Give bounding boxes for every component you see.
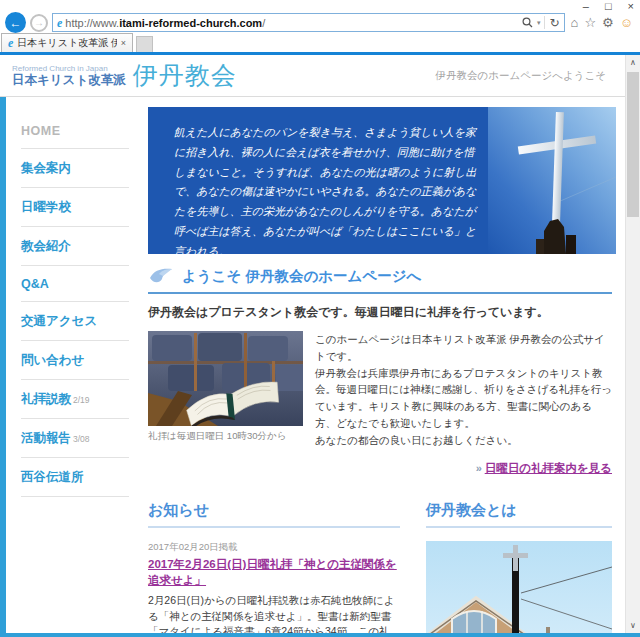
site-bottom-border	[0, 633, 640, 637]
news-link-sunday-worship[interactable]: 2017年2月26日(日)日曜礼拝「神との主従関係を追求せよ」	[148, 556, 400, 588]
address-bar[interactable]: e http://www.itami-reformed-church.com/ …	[52, 13, 565, 32]
logo-subtitle-ja: 日本キリスト改革派	[12, 73, 126, 87]
minimize-icon[interactable]: –	[583, 0, 589, 12]
news-item: 2017年02月20日掲載 2017年2月26日(日)日曜礼拝「神との主従関係を…	[148, 541, 400, 633]
welcome-heading: ようこそ 伊丹教会のホームページへ	[182, 267, 421, 286]
news-heading: お知らせ	[148, 501, 400, 528]
new-tab-button[interactable]	[136, 36, 153, 52]
bible-photo	[148, 331, 303, 426]
tab-favicon: e	[8, 37, 13, 49]
divider	[544, 16, 545, 29]
sidebar-item-sermons[interactable]: 礼拝説教2/19	[21, 380, 129, 419]
welcome-heading-row: ようこそ 伊丹教会のホームページへ	[148, 266, 612, 294]
browser-window: – □ × ← → e http://www.itami-reformed-ch…	[0, 0, 640, 637]
link-arrows: »	[476, 462, 482, 474]
sidebar-item-reports[interactable]: 活動報告3/08	[21, 419, 129, 458]
favorites-star-icon[interactable]: ☆	[584, 16, 596, 30]
search-dropdown-icon[interactable]: ▾	[537, 19, 541, 27]
scripture-verse: 飢えた人にあなたのパンを裂き与え、さまよう貧しい人を家に招き入れ、裸の人に会えば…	[174, 123, 482, 262]
home-icon[interactable]: ⌂	[571, 16, 579, 30]
ie-favicon: e	[57, 17, 62, 29]
sidebar-item-qa[interactable]: Q&A	[21, 266, 129, 302]
maximize-icon[interactable]: □	[605, 0, 612, 12]
tab-bar: e 日本キリスト改革派 伊丹教会... ×	[0, 33, 640, 52]
sidebar-item-meetings[interactable]: 集会案内	[21, 149, 129, 188]
page-body: HOME 集会案内 日曜学校 教会紹介 Q&A 交通アクセス 問い合わせ 礼拝説…	[0, 97, 640, 633]
tab-close-icon[interactable]: ×	[121, 38, 126, 48]
gear-icon[interactable]: ⚙	[602, 16, 614, 30]
scroll-down-arrow-icon[interactable]: ∨	[626, 618, 640, 633]
sidebar-nav: HOME 集会案内 日曜学校 教会紹介 Q&A 交通アクセス 問い合わせ 礼拝説…	[6, 97, 140, 633]
dove-icon	[148, 266, 174, 286]
refresh-icon[interactable]: ↻	[549, 16, 559, 30]
search-icon[interactable]	[522, 17, 533, 28]
sidebar-item-nishitani[interactable]: 西谷伝道所	[21, 458, 129, 497]
back-button[interactable]: ←	[5, 12, 26, 33]
vertical-scrollbar[interactable]: ∧ ∨	[625, 55, 640, 633]
url-text[interactable]: http://www.itami-reformed-church.com/	[65, 17, 519, 29]
forward-button[interactable]: →	[30, 14, 48, 32]
church-building-photo	[426, 541, 612, 633]
news-date: 2017年02月20日掲載	[148, 541, 400, 554]
tab-title: 日本キリスト改革派 伊丹教会...	[17, 36, 116, 50]
feedback-smiley-icon[interactable]: ☺	[620, 16, 633, 30]
navigation-bar: ← → e http://www.itami-reformed-church.c…	[0, 12, 640, 33]
welcome-text: このホームページは日本キリスト改革派 伊丹教会の公式サイトです。 伊丹教会は兵庫…	[315, 331, 612, 477]
about-section: 伊丹教会とは	[426, 501, 612, 633]
scrollbar-thumb[interactable]	[627, 72, 639, 217]
header-welcome-text: 伊丹教会のホームページへようこそ	[436, 69, 606, 83]
news-body: 2月26日(日)からの日曜礼拝説教は赤石純也牧師による「神との主従関係を追求せよ…	[148, 593, 400, 633]
sidebar-item-sunday-school[interactable]: 日曜学校	[21, 188, 129, 227]
worship-photo-block: 礼拝は毎週日曜日 10時30分から	[148, 331, 303, 477]
site-header: Reformed Church in Japan 日本キリスト改革派 伊丹教会 …	[0, 55, 640, 97]
sidebar-item-home[interactable]: HOME	[21, 113, 129, 149]
sidebar-item-church-intro[interactable]: 教会紹介	[21, 227, 129, 266]
scripture-banner: 飢えた人にあなたのパンを裂き与え、さまよう貧しい人を家に招き入れ、裸の人に会えば…	[148, 107, 612, 254]
photo-caption: 礼拝は毎週日曜日 10時30分から	[148, 430, 303, 443]
site-logo[interactable]: Reformed Church in Japan 日本キリスト改革派 伊丹教会	[12, 59, 237, 92]
main-content: 飢えた人にあなたのパンを裂き与え、さまよう貧しい人を家に招き入れ、裸の人に会えば…	[148, 97, 612, 633]
sidebar-item-contact[interactable]: 問い合わせ	[21, 341, 129, 380]
scroll-up-arrow-icon[interactable]: ∧	[626, 55, 640, 70]
about-heading: 伊丹教会とは	[426, 501, 612, 528]
tab-itami-church[interactable]: e 日本キリスト改革派 伊丹教会... ×	[1, 33, 133, 52]
cross-photo	[488, 107, 616, 254]
news-section: お知らせ 2017年02月20日掲載 2017年2月26日(日)日曜礼拝「神との…	[148, 501, 400, 633]
sidebar-item-access[interactable]: 交通アクセス	[21, 302, 129, 341]
worship-guide-link[interactable]: 日曜日の礼拝案内を見る	[485, 462, 612, 474]
site-title: 伊丹教会	[133, 59, 237, 92]
welcome-lead: 伊丹教会はプロテスタント教会です。毎週日曜日に礼拝を行っています。	[148, 304, 612, 321]
logo-subtitle-en: Reformed Church in Japan	[12, 64, 126, 73]
title-bar: – □ ×	[0, 0, 640, 12]
close-icon[interactable]: ×	[628, 0, 634, 12]
